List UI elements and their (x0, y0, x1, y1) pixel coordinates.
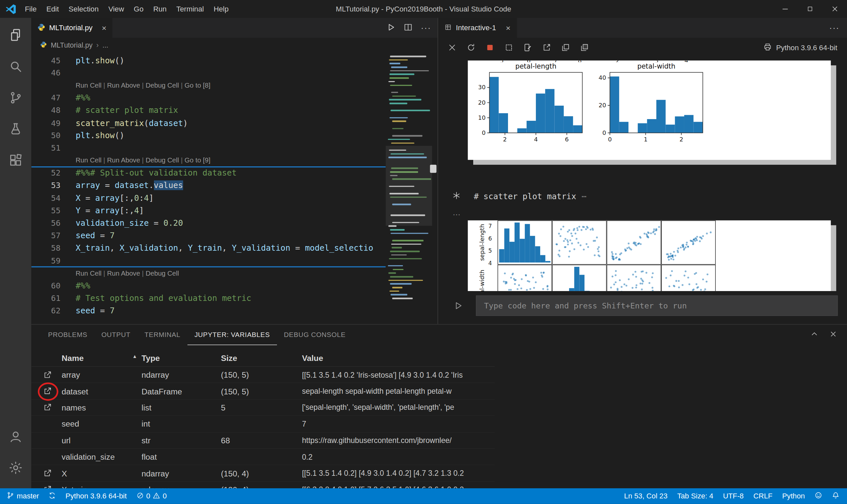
expand-all-icon[interactable] (561, 43, 570, 52)
variable-row-names[interactable]: nameslist5['sepal-length', 'sepal-width'… (31, 400, 494, 416)
menu-run[interactable]: Run (148, 0, 171, 18)
menu-terminal[interactable]: Terminal (171, 0, 209, 18)
menu-edit[interactable]: Edit (41, 0, 64, 18)
code-editor[interactable]: 45plt.show()46Run Cell | Run Above | Deb… (31, 54, 385, 324)
activity-extensions-icon[interactable] (3, 147, 29, 173)
code-line-49[interactable]: 49scatter_matrix(dataset) (31, 116, 385, 129)
language-indicator[interactable]: Python (782, 492, 805, 500)
codelens-link[interactable]: Debug Cell (146, 82, 179, 89)
tab-interactive-1[interactable]: Interactive-1 × (438, 18, 517, 38)
menu-help[interactable]: Help (209, 0, 233, 18)
breadcrumb-symbol[interactable]: ... (102, 41, 108, 49)
column-type[interactable]: ▲Type (141, 354, 221, 363)
activity-source-control-icon[interactable] (3, 85, 29, 111)
outline-square-icon[interactable] (504, 43, 513, 52)
code-line-57[interactable]: 57seed = 7 (31, 229, 385, 242)
clear-all-icon[interactable] (448, 43, 456, 52)
minimap-slider[interactable] (385, 146, 432, 226)
table-header[interactable]: Name ▲Type Size Value (31, 349, 494, 367)
code-line-58[interactable]: 58X_train, X_validation, Y_train, Y_vali… (31, 242, 385, 254)
feedback-button[interactable] (814, 491, 822, 501)
cursor-position[interactable]: Ln 53, Col 23 (624, 492, 667, 500)
menu-selection[interactable]: Selection (64, 0, 103, 18)
variable-row-url[interactable]: urlstr68https://raw.githubusercontent.co… (31, 432, 494, 449)
codelens-link[interactable]: Debug Cell (146, 157, 179, 164)
kernel-indicator[interactable]: Python 3.9.6 64-bit (763, 42, 847, 53)
column-size[interactable]: Size (221, 354, 302, 363)
variable-row-validation_size[interactable]: validation_sizefloat0.2 (31, 449, 494, 465)
cell-more-icon[interactable]: ⋯ (453, 210, 460, 218)
code-line-51[interactable]: 51 (31, 142, 385, 154)
collapse-all-icon[interactable] (580, 43, 589, 52)
code-line-46[interactable]: 46 (31, 67, 385, 79)
codelens-link[interactable]: Run Cell (75, 157, 102, 164)
codelens-link[interactable]: Run Cell (75, 269, 102, 277)
breadcrumb-file[interactable]: MLTutorial.py (51, 41, 92, 49)
activity-test-icon[interactable] (3, 116, 29, 142)
open-in-data-viewer-icon[interactable] (43, 371, 62, 379)
code-line-50[interactable]: 50plt.show() (31, 129, 385, 142)
export-notebook-icon[interactable] (523, 43, 532, 52)
cell-ellipsis[interactable]: ⋯ (581, 192, 587, 201)
code-line-47[interactable]: 47#%% (31, 92, 385, 104)
codelens-link[interactable]: Run Above (107, 269, 140, 277)
code-line-61[interactable]: 61# Test options and evaluation metric (31, 292, 385, 305)
branch-indicator[interactable]: master (6, 491, 39, 501)
panel-tab-output[interactable]: OUTPUT (94, 325, 138, 345)
breadcrumb[interactable]: MLTutorial.py › ... (31, 38, 437, 52)
more-actions-button[interactable]: ··· (829, 18, 847, 38)
code-line-54[interactable]: 54X = array[:,0:4] (31, 192, 385, 204)
notifications-button[interactable] (832, 491, 840, 501)
sync-button[interactable] (49, 492, 56, 500)
activity-search-icon[interactable] (3, 53, 29, 79)
interactive-input[interactable] (476, 295, 838, 316)
variable-row-X_train[interactable]: X_trainndarray(120, 4)[[6.3 2.8 4.0 1.0]… (31, 482, 494, 489)
code-line-59[interactable]: 59 (31, 254, 385, 267)
more-actions-button[interactable]: ··· (421, 23, 431, 33)
restart-kernel-icon[interactable] (467, 43, 475, 52)
code-cell[interactable]: # scatter plot matrix ⋯ (474, 192, 587, 201)
codelens-link[interactable]: Run Above (107, 157, 140, 164)
open-in-data-viewer-icon[interactable] (43, 469, 62, 478)
column-name[interactable]: Name (62, 354, 142, 363)
problems-indicator[interactable]: 0 0 (137, 492, 167, 500)
menu-go[interactable]: Go (129, 0, 148, 18)
encoding-indicator[interactable]: UTF-8 (723, 492, 744, 500)
close-button[interactable] (822, 0, 847, 18)
open-in-editor-icon[interactable] (542, 43, 551, 52)
activity-account-icon[interactable] (3, 424, 29, 450)
run-file-button[interactable] (386, 22, 395, 33)
code-line-45[interactable]: 45plt.show() (31, 54, 385, 67)
maximize-panel-icon[interactable] (810, 330, 818, 340)
code-line-62[interactable]: 62seed = 7 (31, 305, 385, 317)
codelens-link[interactable]: Debug Cell (146, 269, 179, 277)
minimize-button[interactable] (773, 0, 797, 18)
variable-row-X[interactable]: Xndarray(150, 4)[[5.1 3.5 1.4 0.2] [4.9 … (31, 465, 494, 482)
split-editor-button[interactable] (404, 22, 413, 33)
interrupt-kernel-icon[interactable] (486, 43, 494, 52)
panel-tab-problems[interactable]: PROBLEMS (41, 325, 94, 345)
tab-close-icon[interactable]: × (102, 23, 106, 33)
tab-mltutorial[interactable]: MLTutorial.py × (31, 18, 112, 38)
open-in-data-viewer-icon[interactable] (43, 403, 62, 412)
snowflake-icon[interactable] (452, 191, 461, 201)
minimap[interactable] (385, 54, 432, 324)
activity-settings-icon[interactable] (3, 455, 29, 481)
run-input-icon[interactable] (453, 301, 463, 312)
codelens-link[interactable]: Run Cell (75, 82, 102, 89)
codelens-link[interactable]: Go to [8] (184, 82, 210, 89)
code-line-56[interactable]: 56validation_size = 0.20 (31, 217, 385, 229)
variable-row-seed[interactable]: seedint7 (31, 416, 494, 432)
code-line-53[interactable]: 53array = dataset.values (31, 179, 385, 192)
panel-tab-terminal[interactable]: TERMINAL (138, 325, 187, 345)
interpreter-indicator[interactable]: Python 3.9.6 64-bit (66, 492, 127, 500)
panel-tab-debug-console[interactable]: DEBUG CONSOLE (277, 325, 353, 345)
maximize-button[interactable] (797, 0, 823, 18)
tab-close-icon[interactable]: × (506, 23, 510, 33)
variable-row-dataset[interactable]: datasetDataFrame(150, 5)sepal-length sep… (31, 383, 494, 400)
menu-file[interactable]: File (20, 0, 41, 18)
eol-indicator[interactable]: CRLF (754, 492, 773, 500)
close-panel-icon[interactable] (829, 330, 837, 340)
codelens-link[interactable]: Run Above (107, 82, 140, 89)
code-line-60[interactable]: 60#%% (31, 280, 385, 292)
